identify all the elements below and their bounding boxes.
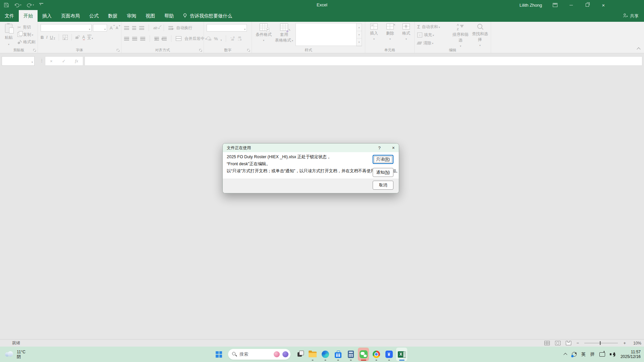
bottom-align-icon[interactable] — [139, 26, 144, 30]
borders-icon[interactable] — [63, 35, 68, 40]
alignment-dialog-launcher-icon[interactable] — [199, 49, 202, 52]
merge-center-icon[interactable] — [176, 36, 181, 41]
minimize-button[interactable] — [568, 2, 574, 8]
decrease-decimal-icon[interactable]: .00→.0 — [237, 36, 241, 41]
zoom-level[interactable]: 10% — [631, 341, 641, 346]
bold-button[interactable]: B — [41, 35, 44, 40]
tab-page-layout[interactable]: 页面布局 — [56, 10, 85, 22]
weather-widget[interactable]: 11°C 阴 — [4, 347, 25, 362]
shrink-font-icon[interactable]: A — [116, 26, 118, 30]
zoom-out-button[interactable]: − — [577, 341, 579, 346]
increase-indent-icon[interactable] — [162, 37, 167, 41]
tab-review[interactable]: 审阅 — [122, 10, 141, 22]
align-left-icon[interactable] — [124, 37, 129, 41]
finance-app-button[interactable]: ¥ — [383, 348, 394, 361]
dialog-help-button[interactable]: ? — [378, 145, 381, 150]
phonetic-guide-icon[interactable]: wén文 — [87, 35, 93, 40]
underline-button[interactable]: U — [50, 35, 55, 40]
excel-taskbar-button[interactable]: X — [396, 348, 407, 361]
gallery-up-icon[interactable]: ▴ — [357, 24, 362, 31]
comma-style-icon[interactable]: , — [221, 36, 222, 41]
font-color-icon[interactable]: A — [82, 36, 85, 39]
orientation-icon[interactable]: ab — [153, 26, 159, 30]
ime-english-indicator[interactable]: 英 — [581, 351, 586, 357]
close-button[interactable]: × — [600, 2, 606, 8]
align-center-icon[interactable] — [132, 37, 137, 41]
wechat-button[interactable] — [358, 348, 369, 361]
decrease-indent-icon[interactable] — [154, 37, 159, 41]
read-only-button[interactable]: 只读(R) — [373, 155, 393, 164]
top-align-icon[interactable] — [124, 26, 129, 30]
page-layout-view-button[interactable] — [555, 341, 560, 345]
grow-font-icon[interactable]: A — [110, 25, 113, 31]
increase-decimal-icon[interactable]: ←.0.00 — [230, 36, 234, 41]
enter-entry-icon[interactable]: ✓ — [62, 59, 66, 64]
ribbon-display-options-icon[interactable] — [552, 2, 558, 8]
tray-expand-icon[interactable] — [564, 353, 567, 357]
percent-style-icon[interactable]: % — [214, 36, 218, 41]
start-button[interactable] — [213, 348, 224, 361]
middle-align-icon[interactable] — [132, 26, 136, 30]
dialog-close-icon[interactable]: × — [392, 145, 395, 150]
user-name[interactable]: Lilith Zhong — [520, 3, 542, 8]
cell-styles-gallery[interactable]: ▴ ▾ ▾ — [296, 23, 357, 46]
name-box-dropdown-icon[interactable] — [32, 58, 33, 64]
copy-button[interactable]: 复制 — [17, 31, 35, 38]
normal-view-button[interactable] — [544, 341, 550, 345]
tab-view[interactable]: 视图 — [141, 10, 160, 22]
cut-button[interactable]: ✂ 剪切 — [17, 23, 35, 31]
search-box[interactable]: 搜索 — [228, 349, 290, 360]
find-select-button[interactable]: 查找和选择 — [470, 23, 490, 47]
fill-button[interactable]: ↓ 填充 — [417, 31, 440, 39]
insert-function-icon[interactable]: fx — [75, 58, 78, 64]
zoom-slider[interactable] — [584, 341, 618, 345]
cancel-button[interactable]: 取消 — [373, 181, 393, 190]
gallery-down-icon[interactable]: ▾ — [357, 31, 362, 39]
gallery-spin-buttons[interactable]: ▴ ▾ ▾ — [356, 23, 362, 46]
conditional-formatting-button[interactable]: ≠ 条件格式 — [255, 23, 273, 42]
tab-data[interactable]: 数据 — [103, 10, 122, 22]
wrap-text-icon[interactable] — [168, 26, 173, 30]
font-name-combo[interactable] — [41, 24, 92, 32]
merge-center-label[interactable]: 合并后居中 — [184, 36, 207, 42]
name-box[interactable] — [2, 56, 35, 66]
speaker-icon[interactable] — [610, 352, 616, 357]
format-painter-button[interactable]: 格式刷 — [17, 38, 35, 46]
accounting-format-icon[interactable] — [207, 37, 211, 41]
chrome-button[interactable] — [371, 348, 382, 361]
notify-button[interactable]: 通知(N) — [373, 168, 393, 177]
tab-help[interactable]: 帮助 — [160, 10, 178, 22]
format-cells-button[interactable]: 格式 — [399, 23, 414, 41]
paste-dropdown-icon[interactable] — [2, 41, 15, 47]
font-size-combo[interactable] — [93, 24, 107, 32]
edge-button[interactable] — [320, 348, 331, 361]
clear-button[interactable]: 清除 — [417, 39, 440, 47]
zoom-slider-thumb[interactable] — [600, 341, 601, 345]
tell-me-box[interactable]: 告诉我你想要做什么 — [178, 10, 236, 22]
wrap-text-label[interactable]: 自动换行 — [176, 25, 192, 31]
paste-button[interactable]: 粘贴 — [2, 23, 15, 47]
fill-color-icon[interactable] — [75, 35, 80, 39]
font-name-dropdown-icon[interactable] — [89, 25, 90, 32]
font-size-dropdown-icon[interactable] — [104, 25, 106, 32]
number-format-dropdown-icon[interactable] — [244, 25, 246, 32]
worksheet-area[interactable] — [0, 68, 644, 339]
calculator-button[interactable] — [345, 348, 356, 361]
formula-bar-splitter-icon[interactable]: ⋮ — [40, 58, 44, 63]
sync-icon[interactable] — [572, 352, 577, 357]
tab-home[interactable]: 开始 — [19, 10, 38, 22]
collapse-ribbon-icon[interactable] — [637, 47, 640, 51]
ime-pinyin-indicator[interactable]: 拼 — [590, 351, 595, 357]
format-as-table-button[interactable]: 套用 表格格式 — [275, 23, 293, 43]
tab-insert[interactable]: 插入 — [38, 10, 56, 22]
tab-formulas[interactable]: 公式 — [85, 10, 103, 22]
display-icon[interactable] — [599, 352, 605, 357]
file-explorer-button[interactable] — [307, 348, 318, 361]
delete-cells-button[interactable]: 删除 — [383, 23, 397, 41]
formula-input[interactable] — [85, 56, 642, 66]
autosum-button[interactable]: Σ 自动求和 — [417, 23, 440, 31]
sort-filter-button[interactable]: AZ 排序和筛选 — [451, 23, 470, 48]
insert-cells-button[interactable]: 插入 — [367, 23, 381, 41]
italic-button[interactable]: I — [46, 35, 47, 40]
gallery-more-icon[interactable]: ▾ — [357, 39, 362, 46]
